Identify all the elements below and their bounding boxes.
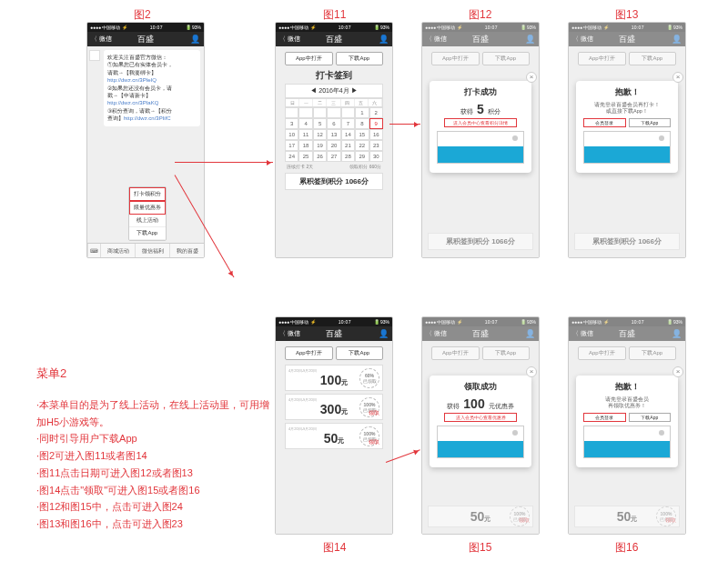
coupon-3: 4月20日-9月20日 50元 100%已领取 领取 (285, 423, 383, 449)
calendar-month: ◀ 2016年4月 ▶ (285, 84, 383, 98)
menu-checkin[interactable]: 打卡领积分 (129, 187, 166, 201)
phone-f15: ●●●● 中国移动 ⚡10:07🔋 93% 〈 微信百盛👤 App中打开下载Ap… (421, 316, 540, 535)
dl-button[interactable]: 下载App (629, 118, 672, 127)
bottom-menu: ⌨ 商城活动 微信福利 我的百盛 (87, 243, 204, 257)
status-bar: ●●●● 中国移动 ⚡10:07🔋 93% (276, 317, 392, 326)
close-icon[interactable]: × (526, 72, 537, 83)
welcome-message: 欢迎关注百盛官方微信： ①如果您已有实体会员卡， 请戳→【我要绑卡】 http:… (104, 50, 200, 126)
error-modal: 抱歉！ 请先登录百盛会员 再领取优惠券！ 会员登录下载App (576, 376, 678, 467)
error-modal: 抱歉！ 请先登录百盛会员再打卡！ 或直接下载App！ 会员登录下载App (576, 81, 678, 173)
phone-f14: ●●●● 中国移动 ⚡10:07🔋 93% 〈 微信百盛👤 App中打开下载Ap… (275, 316, 393, 535)
view-coupon-link[interactable]: 进入会员中心查看优惠券 (444, 413, 517, 422)
modal-sub: 请先登录百盛会员 再领取优惠券！ (581, 396, 672, 409)
label-f12: 图12 (469, 7, 491, 23)
calendar-weekdays: 日一二三四五六 (285, 98, 383, 107)
back-button[interactable]: 〈 微信 (279, 329, 300, 338)
nav-bar: 〈 微信百盛👤 (276, 32, 392, 46)
claimed-pct: 60%已领取 (359, 368, 379, 388)
coupon-1: 4月20日-9月20日 100元 60%已领取 (285, 365, 383, 391)
menu-3[interactable]: 我的百盛 (169, 244, 204, 257)
status-bar: ●●●● 中国移动 ⚡10:07🔋 93% (276, 23, 392, 32)
nav-bar: 〈 微信百盛👤 (569, 32, 685, 46)
back-button[interactable]: 〈 微信 (91, 35, 112, 44)
claim-button[interactable]: 领取 (369, 409, 379, 417)
status-bar: ●●●● 中国移动 ⚡10:07🔋 93% (569, 317, 685, 326)
modal-title: 抱歉！ (581, 381, 672, 393)
profile-icon[interactable]: 👤 (190, 35, 200, 44)
menu-1[interactable]: 商城活动 (100, 244, 135, 257)
phone-f12: ●●●● 中国移动 ⚡10:07🔋 93% 〈 微信百盛👤 App中打开下载Ap… (421, 22, 540, 258)
arrow-f11-f12 (389, 124, 420, 125)
phone-f2: ●●●● 中国移动 ⚡10:07🔋 93% 〈 微信百盛👤 欢迎关注百盛官方微信… (86, 22, 205, 258)
total-points: 累积签到积分 1066分 (428, 233, 533, 250)
dl-button[interactable]: 下载App (629, 413, 672, 422)
profile-icon[interactable]: 👤 (379, 329, 389, 338)
coupon-2: 4月20日-9月20日 300元 100%已领取 领取 (285, 394, 383, 420)
image-placeholder (437, 426, 524, 458)
modal-title: 领取成功 (435, 381, 526, 393)
nav-bar: 〈 微信百盛👤 (569, 326, 685, 341)
link-bind[interactable]: http://dwz.cn/3PIeIQ (107, 77, 157, 83)
success-modal: 领取成功 获得100元优惠券 进入会员中心查看优惠券 (430, 376, 531, 467)
dl-app-button[interactable]: 下载App (336, 52, 384, 65)
nav-title: 百盛 (137, 34, 154, 45)
nav-bar: 〈 微信百盛👤 (422, 32, 539, 46)
nav-bar: 〈 微信百盛👤 (276, 326, 392, 341)
coupon-bg: 50元 100%已领取 领取 (428, 506, 533, 527)
close-icon[interactable]: × (672, 72, 683, 83)
menu-download[interactable]: 下载App (129, 227, 166, 240)
phone-f16: ●●●● 中国移动 ⚡10:07🔋 93% 〈 微信百盛👤 App中打开下载Ap… (568, 316, 686, 535)
claim-button[interactable]: 领取 (369, 438, 379, 446)
success-modal: 打卡成功 获得5积分 进入会员中心查看积分详情 (430, 81, 531, 173)
status-bar: ●●●● 中国移动 ⚡10:07🔋 93% (422, 23, 539, 32)
keyboard-icon[interactable]: ⌨ (87, 244, 100, 257)
calendar-grid[interactable]: 12 3456789 10111213141516 17181920212223… (285, 107, 383, 162)
login-button[interactable]: 会员登录 (583, 118, 626, 127)
arrow-f2-f11 (175, 162, 273, 163)
close-icon[interactable]: × (672, 366, 683, 377)
label-f2: 图2 (134, 7, 151, 23)
modal-title: 抱歉！ (581, 86, 672, 98)
phone-f13: ●●●● 中国移动 ⚡10:07🔋 93% 〈 微信百盛👤 App中打开下载Ap… (568, 22, 686, 258)
label-f16: 图16 (615, 540, 638, 556)
total-points: 累积签到积分 1066分 (574, 233, 680, 250)
status-bar: ●●●● 中国移动 ⚡10:07🔋 93% (569, 23, 685, 32)
phone-f11: ●●●● 中国移动 ⚡10:07🔋 93% 〈 微信百盛👤 App中打开下载Ap… (275, 22, 393, 258)
label-f11: 图11 (323, 7, 346, 23)
menu-2[interactable]: 微信福利 (135, 244, 169, 257)
checkin-title: 打卡签到 (279, 69, 389, 82)
open-app-button[interactable]: App中打开 (285, 346, 333, 360)
back-button[interactable]: 〈 微信 (279, 35, 300, 44)
image-placeholder (437, 131, 524, 164)
nav-bar: 〈 微信百盛👤 (87, 32, 204, 46)
status-bar: ●●●● 中国移动 ⚡10:07🔋 93% (422, 317, 539, 326)
close-icon[interactable]: × (526, 366, 537, 377)
avatar (89, 50, 100, 61)
calendar-summary: 连续打卡 2天领取积分 660分 (279, 162, 389, 171)
link-apply[interactable]: http://dwz.cn/3PIaKQ (107, 100, 158, 105)
link-points[interactable]: http://dwz.cn/3PIifC (124, 115, 171, 121)
label-f15: 图15 (469, 540, 491, 556)
image-placeholder (583, 131, 671, 164)
label-f13: 图13 (615, 7, 638, 23)
nav-bar: 〈 微信百盛👤 (422, 326, 539, 341)
label-f14: 图14 (323, 540, 346, 556)
status-bar: ●●●● 中国移动 ⚡10:07🔋 93% (87, 23, 204, 32)
coupon-bg: 50元 100%已领取 领取 (574, 506, 680, 527)
notes-title: 菜单2 (36, 364, 273, 384)
menu-activity[interactable]: 线上活动 (129, 215, 166, 227)
profile-icon[interactable]: 👤 (379, 35, 389, 44)
modal-sub: 请先登录百盛会员再打卡！ 或直接下载App！ (581, 102, 672, 115)
calendar-day-selected: 9 (369, 118, 383, 129)
open-app-button[interactable]: App中打开 (285, 52, 333, 65)
submenu-popup: 打卡领积分 限量优惠券 线上活动 下载App (128, 186, 167, 241)
total-points: 累积签到积分 1066分 (285, 173, 383, 190)
image-placeholder (583, 426, 671, 458)
notes-block: 菜单2 ·本菜单目的是为了线上活动，在线上活动里，可用增加H5小游戏等。 ·同时… (36, 364, 273, 533)
view-points-link[interactable]: 进入会员中心查看积分详情 (444, 118, 517, 127)
login-button[interactable]: 会员登录 (583, 413, 626, 422)
modal-title: 打卡成功 (435, 86, 526, 98)
dl-app-button[interactable]: 下载App (336, 346, 384, 360)
menu-coupon[interactable]: 限量优惠券 (129, 201, 166, 215)
